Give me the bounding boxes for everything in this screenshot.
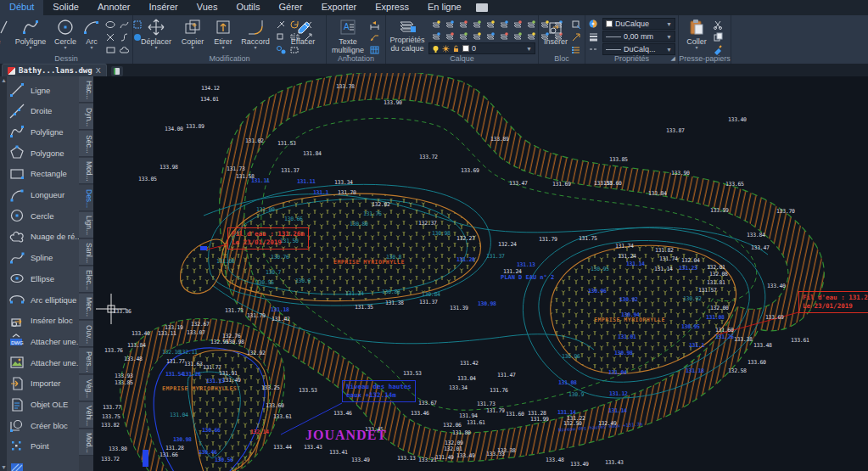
- palette-tool-ellipse[interactable]: Ellipse: [8, 268, 78, 289]
- scroll-down-icon[interactable]: ▼: [1, 464, 7, 470]
- stretch-button[interactable]: Etirer ▾: [209, 18, 238, 50]
- menu-tab-solide[interactable]: Solide: [43, 0, 88, 15]
- window-image-icon[interactable]: [476, 3, 488, 12]
- palette-tab-sanl[interactable]: Sanl...: [79, 239, 93, 266]
- palette-tab-mod[interactable]: Mod...: [79, 429, 93, 456]
- copy-clip-icon[interactable]: [713, 32, 724, 42]
- point-tool-icon[interactable]: [105, 32, 116, 42]
- layer-tool-icon[interactable]: [444, 19, 455, 29]
- block-edit-icon[interactable]: [571, 20, 582, 30]
- move-dropdown-caret[interactable]: ▾: [137, 46, 175, 50]
- lineweight-dropdown[interactable]: 0,00 mm ▼: [602, 31, 675, 42]
- linetype-dropdown-caret[interactable]: ▼: [666, 47, 672, 53]
- menu-tab-début[interactable]: Début: [0, 0, 43, 15]
- copy-dropdown-caret[interactable]: ▾: [176, 46, 209, 50]
- layer-tool-icon[interactable]: [444, 31, 455, 41]
- color-dropdown[interactable]: DuCalque ▼: [602, 18, 675, 30]
- paste-button[interactable]: Coller ▾: [682, 18, 711, 50]
- palette-tab-véhi[interactable]: Véhi...: [79, 402, 93, 429]
- palette-tab-ouv[interactable]: Ouv...: [79, 321, 93, 347]
- stretch-dropdown-caret[interactable]: ▾: [209, 46, 238, 50]
- palette-tool-cercle[interactable]: Cercle: [8, 205, 78, 226]
- fillet-button[interactable]: Raccord ▾: [238, 18, 273, 50]
- spline-cv-tool-icon[interactable]: [119, 32, 130, 42]
- palette-tool-hatch[interactable]: [8, 457, 78, 471]
- cut-scissors-icon[interactable]: [713, 20, 724, 30]
- palette-scrollbar[interactable]: ▲ ▼: [0, 76, 7, 471]
- circle-dropdown-caret[interactable]: ▾: [51, 46, 80, 50]
- layer-tool-icon[interactable]: [525, 19, 536, 29]
- layer-tool-icon[interactable]: [498, 31, 509, 41]
- palette-tool-ligne[interactable]: Ligne: [8, 80, 78, 100]
- palette-tool-cr-er-bloc[interactable]: Créer bloc: [8, 415, 78, 435]
- erase-button[interactable]: Effacer: [284, 18, 322, 46]
- palette-tool-point[interactable]: Point: [8, 436, 78, 457]
- palette-tool-spline[interactable]: Spline: [8, 248, 78, 268]
- linetype-dropdown[interactable]: DuCalq... ▼: [602, 43, 675, 55]
- palette-tab-elec[interactable]: Elec...: [79, 266, 93, 293]
- document-tab-close-icon[interactable]: X: [96, 66, 101, 75]
- layer-tool-icon[interactable]: [498, 19, 509, 29]
- circle-button[interactable]: Cercle ▾: [51, 18, 80, 50]
- layer-tool-icon[interactable]: [512, 31, 523, 41]
- document-tab[interactable]: Bathy...lans.dwg X: [2, 64, 107, 76]
- palette-tab-séc[interactable]: Séc...: [79, 131, 93, 157]
- layer-tool-icon[interactable]: [430, 31, 441, 41]
- layer-tool-icon[interactable]: [457, 19, 468, 29]
- layer-tool-icon[interactable]: [471, 19, 482, 29]
- color-wheel-icon[interactable]: [588, 19, 599, 29]
- leader-tool-icon[interactable]: [369, 32, 380, 42]
- palette-tool-arc-elliptique[interactable]: Arc elliptique: [8, 289, 78, 310]
- palette-tab-des[interactable]: Des...: [79, 185, 93, 211]
- mtext-button[interactable]: A Texte multiligne ▾: [328, 18, 367, 59]
- menu-tab-vues[interactable]: Vues: [188, 0, 227, 15]
- layer-tool-icon[interactable]: [525, 31, 536, 41]
- palette-tool-polyligne[interactable]: Polyligne: [8, 121, 78, 142]
- dimension-tool-icon[interactable]: [369, 20, 380, 30]
- lineweight-dropdown-caret[interactable]: ▼: [666, 34, 672, 40]
- palette-tab-lign[interactable]: Lign...: [79, 212, 93, 238]
- layer-tool-icon[interactable]: [471, 31, 482, 41]
- copy-button[interactable]: Copier ▾: [176, 18, 209, 50]
- insert-block-button[interactable]: Insérer: [540, 18, 571, 46]
- menu-tab-exporter[interactable]: Exporter: [312, 0, 367, 15]
- palette-tool-objet-ole[interactable]: Objet OLE: [8, 395, 78, 415]
- palette-tab-hac[interactable]: Hac...: [79, 76, 93, 103]
- ellipse-tool-icon[interactable]: [105, 20, 116, 30]
- linetype-icon[interactable]: [588, 44, 599, 54]
- palette-tool-longueur[interactable]: Longueur: [8, 185, 78, 205]
- layer-tool-icon[interactable]: [512, 19, 523, 29]
- line-button[interactable]: e: [0, 18, 8, 46]
- palette-tab-pers[interactable]: Pers...: [79, 348, 93, 374]
- menu-tab-express[interactable]: Express: [366, 0, 418, 15]
- menu-tab-en-ligne[interactable]: En ligne: [418, 0, 471, 15]
- palette-tab-mec[interactable]: Mec...: [79, 294, 93, 320]
- arc-dropdown-caret[interactable]: ▾: [80, 46, 104, 50]
- menu-tab-gérer[interactable]: Gérer: [270, 0, 312, 15]
- menu-tab-insérer[interactable]: Insérer: [139, 0, 187, 15]
- palette-tab-mod[interactable]: Mod...: [79, 158, 93, 184]
- lineweight-icon[interactable]: [588, 31, 599, 42]
- palette-tool-ins-rer-bloc[interactable]: Insérer bloc: [8, 311, 78, 331]
- polyline-dropdown-caret[interactable]: ▾: [10, 46, 51, 50]
- palette-tool-polygone[interactable]: Polygone: [8, 143, 78, 163]
- menu-tab-outils[interactable]: Outils: [227, 0, 269, 15]
- layer-dropdown-caret[interactable]: ▼: [526, 46, 532, 52]
- arc-button[interactable]: Arc ▾: [80, 18, 104, 50]
- layer-tool-icon[interactable]: [430, 19, 441, 29]
- palette-tool-droite[interactable]: Droite: [8, 101, 78, 121]
- layer-tool-icon[interactable]: [484, 31, 496, 41]
- paste-dropdown-caret[interactable]: ▾: [682, 46, 711, 50]
- palette-tool-rectangle[interactable]: Rectangle: [8, 164, 78, 184]
- palette-tool-attacher-une-[interactable]: DWGAttacher une...: [8, 331, 78, 351]
- spline-tool-icon[interactable]: [119, 20, 130, 30]
- palette-tab-vég[interactable]: Vég...: [79, 375, 93, 401]
- proprietes-expander-icon[interactable]: ◢: [671, 55, 675, 62]
- move-button[interactable]: Déplacer ▾: [137, 18, 175, 50]
- palette-tool-nuage-de-r-[interactable]: Nuage de ré...: [8, 227, 78, 247]
- block-attach-icon[interactable]: [571, 32, 582, 42]
- layer-select-dropdown[interactable]: 0 ▼: [428, 42, 535, 54]
- layer-properties-button[interactable]: Propriétés du calque: [387, 18, 428, 53]
- menu-tab-annoter[interactable]: Annoter: [88, 0, 140, 15]
- fillet-dropdown-caret[interactable]: ▾: [238, 46, 273, 50]
